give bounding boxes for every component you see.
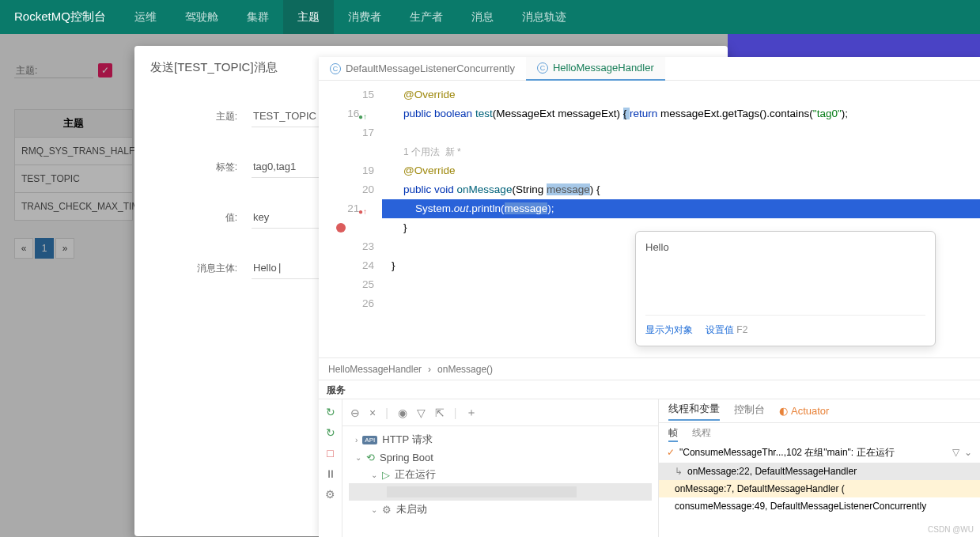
rerun2-icon[interactable]: ↻ (324, 426, 337, 439)
build-icon[interactable]: ⚙ (324, 488, 337, 501)
pause-icon[interactable]: ⏸ (324, 467, 337, 480)
gutter: 15 ●↑16 17 19 20 ●↑21 23 24 25 26 (319, 81, 382, 357)
gear-icon: ⚙ (382, 504, 392, 516)
show-as-object-link[interactable]: 显示为对象 (645, 320, 693, 339)
class-icon: C (330, 63, 341, 74)
debug-tooltip: Hello 显示为对象 设置值 F2 (635, 231, 936, 346)
check-icon: ✓ (667, 447, 675, 458)
funnel-icon[interactable]: ▽ (952, 447, 959, 458)
spring-icon: ⟲ (366, 452, 375, 463)
running-app-row[interactable] (349, 483, 652, 501)
services-panel: ↻ ↻ □ ⏸ ⚙ ⊖ × | ◉ ▽ ⇱ | ＋ ›APIHTTP 请求 ⌄⟲… (319, 399, 980, 537)
nav-message[interactable]: 消息 (457, 0, 508, 34)
body-label: 消息主体: (166, 262, 237, 275)
export-icon[interactable]: ⇱ (435, 407, 445, 419)
stack-frame[interactable]: onMessage:7, DefaultMessageHandler ( (659, 480, 980, 497)
topic-label: 主题: (166, 110, 237, 123)
services-tree[interactable]: ›APIHTTP 请求 ⌄⟲Spring Boot ⌄▷正在运行 ⌄⚙未启动 (342, 426, 658, 537)
services-tree-panel: ⊖ × | ◉ ▽ ⇱ | ＋ ›APIHTTP 请求 ⌄⟲Spring Boo… (342, 399, 659, 537)
rerun-icon[interactable]: ↻ (324, 406, 337, 418)
http-icon: API (362, 436, 377, 444)
close-tab-icon[interactable]: × (369, 407, 376, 419)
tooltip-value: Hello (645, 238, 925, 315)
breadcrumb: HelloMessageHandler › onMessage() (319, 357, 980, 380)
actuator-icon: ◐ (779, 405, 788, 417)
subtab-threads[interactable]: 线程 (692, 426, 711, 442)
topbar: RocketMQ控制台 运维 驾驶舱 集群 主题 消费者 生产者 消息 消息轨迹 (0, 0, 980, 34)
filter-icon[interactable]: ▽ (417, 407, 426, 419)
thread-row[interactable]: ✓ "ConsumeMessageThr...,102 在组"main": 正在… (659, 442, 980, 463)
key-label: 值: (166, 211, 237, 225)
code-editor[interactable]: 15 ●↑16 17 19 20 ●↑21 23 24 25 26 @Overr… (319, 81, 980, 357)
watermark: CSDN @WU (928, 525, 974, 534)
nav-topic[interactable]: 主题 (283, 0, 334, 34)
breadcrumb-method[interactable]: onMessage() (437, 364, 493, 375)
stack-frame[interactable]: consumeMessage:49, DefaultMessageListene… (659, 497, 980, 515)
collapse-icon[interactable]: ⊖ (350, 407, 360, 419)
set-value-link[interactable]: 设置值 (706, 324, 734, 335)
actuator-link[interactable]: ◐Actuator (779, 405, 829, 417)
nav-ops[interactable]: 运维 (120, 0, 171, 34)
brand: RocketMQ控制台 (0, 9, 120, 25)
chevron-down-icon[interactable]: ⌄ (964, 447, 972, 458)
services-toolbar-vert: ↻ ↻ □ ⏸ ⚙ (319, 399, 342, 537)
debug-panel: 线程和变量 控制台 ◐Actuator 帧 线程 ✓ "ConsumeMessa… (659, 399, 980, 537)
play-icon: ▷ (382, 469, 390, 481)
nav-consumer[interactable]: 消费者 (334, 0, 395, 34)
class-icon: C (537, 62, 548, 74)
nav-dashboard[interactable]: 驾驶舱 (171, 0, 233, 34)
add-icon[interactable]: ＋ (466, 406, 477, 420)
tab-hello-handler[interactable]: CHelloMessageHandler (526, 57, 665, 81)
tag-label: 标签: (166, 161, 237, 174)
tab-console[interactable]: 控制台 (734, 403, 765, 420)
breadcrumb-class[interactable]: HelloMessageHandler (328, 364, 422, 375)
tab-default-listener[interactable]: CDefaultMessageListenerConcurrently (319, 57, 526, 81)
tab-threads-vars[interactable]: 线程和变量 (668, 402, 720, 421)
stop-icon[interactable]: □ (324, 447, 337, 459)
services-title: 服务 (319, 380, 980, 399)
view-icon[interactable]: ◉ (398, 407, 407, 419)
breakpoint-icon[interactable] (336, 223, 346, 233)
nav-trace[interactable]: 消息轨迹 (508, 0, 581, 34)
code-area[interactable]: @Override public boolean test(MessageExt… (382, 81, 980, 357)
editor-tabs: CDefaultMessageListenerConcurrently CHel… (319, 57, 980, 81)
ide-window: CDefaultMessageListenerConcurrently CHel… (319, 57, 980, 537)
nav-producer[interactable]: 生产者 (395, 0, 457, 34)
nav-cluster[interactable]: 集群 (233, 0, 283, 34)
subtab-frames[interactable]: 帧 (668, 426, 678, 442)
stack-frame[interactable]: ↳onMessage:22, DefaultMessageHandler (659, 463, 980, 480)
return-icon: ↳ (675, 466, 683, 477)
